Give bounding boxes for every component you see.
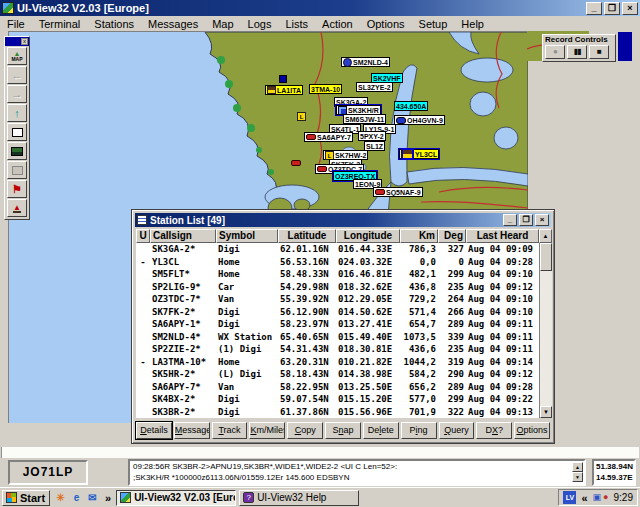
station-row[interactable]: -YL3CLHome56.53.16N024.03.32E0,00Aug 04 …: [136, 256, 552, 269]
delete-button[interactable]: Delete: [363, 422, 399, 439]
column-deg[interactable]: Deg: [438, 229, 466, 243]
taskbar-clock[interactable]: 9:29: [612, 492, 633, 503]
map-station-3TMA-10[interactable]: 3TMA-10: [309, 84, 342, 94]
copy-button[interactable]: Copy: [287, 422, 323, 439]
tray-chevron-icon[interactable]: «: [579, 492, 589, 504]
minimize-icon[interactable]: _: [586, 2, 602, 15]
taskbar-task-0[interactable]: UI-View32 V2.03 [Europe]: [116, 490, 236, 506]
antenna-button[interactable]: ▲: [7, 199, 27, 217]
up-arrow-button[interactable]: ↑: [7, 104, 27, 122]
tray-network-icon[interactable]: ▣: [593, 491, 602, 504]
map-station-SM2NLD-4[interactable]: SM2NLD-4: [341, 57, 390, 67]
quicklaunch-icon-mail[interactable]: ✉: [85, 490, 100, 505]
details-button[interactable]: Details: [136, 422, 172, 439]
column-last-heard[interactable]: Last Heard: [466, 229, 539, 243]
column-latitude[interactable]: Latitude: [278, 229, 336, 243]
tray-alert-icon[interactable]: ●: [603, 491, 608, 504]
L-icon[interactable]: L: [297, 112, 306, 121]
column-longitude[interactable]: Longitude: [336, 229, 400, 243]
minimize-icon[interactable]: _: [503, 214, 517, 226]
kmmiles-button[interactable]: Km/Miles: [249, 422, 285, 439]
menu-action[interactable]: Action: [315, 17, 360, 31]
station-row[interactable]: SK7FK-2*Digi56.12.90N014.50.62E571,4266A…: [136, 306, 552, 319]
sq-blue-icon[interactable]: [279, 75, 287, 83]
options-button[interactable]: Options: [514, 422, 550, 439]
quicklaunch-icon-1[interactable]: ✳: [53, 490, 68, 505]
menu-setup[interactable]: Setup: [412, 17, 455, 31]
ping-button[interactable]: Ping: [401, 422, 437, 439]
start-button[interactable]: Start: [2, 490, 50, 506]
menu-messages[interactable]: Messages: [141, 17, 205, 31]
monitor-box[interactable]: 09:28:56R SK3BR-2>APNU19,SK3BR*,WIDE1*,W…: [128, 459, 586, 486]
pause-button[interactable]: ▮▮: [567, 45, 587, 59]
close-icon[interactable]: x: [21, 38, 28, 45]
stop-button[interactable]: ■: [589, 45, 609, 59]
station-row[interactable]: SK3BR-2*Digi61.37.86N015.56.96E701,9322A…: [136, 406, 552, 419]
taskbar-task-1[interactable]: ?UI-View32 Help: [239, 490, 359, 506]
forward-arrow-button[interactable]: →: [7, 85, 27, 103]
map-toolbar-titlebar[interactable]: x: [5, 37, 29, 46]
query-button[interactable]: Query: [439, 422, 475, 439]
quicklaunch-icon-ie[interactable]: e: [69, 490, 84, 505]
station-row[interactable]: OZ3TDC-7*Van55.39.92N012.29.05E729,2264A…: [136, 293, 552, 306]
snap-button[interactable]: Snap: [325, 422, 361, 439]
station-row[interactable]: SK3GA-2*Digi62.01.16N016.44.33E786,3327A…: [136, 243, 552, 256]
station-row[interactable]: SM2NLD-4*WX Station65.40.65N015.49.40E10…: [136, 331, 552, 344]
spinner-up-icon[interactable]: ▲: [572, 462, 583, 472]
new-map-button[interactable]: [7, 123, 27, 141]
map-station-LA1ITA[interactable]: LA1ITA: [265, 85, 303, 95]
menu-stations[interactable]: Stations: [87, 17, 141, 31]
menu-logs[interactable]: Logs: [241, 17, 279, 31]
maximize-icon[interactable]: ❐: [519, 214, 533, 226]
close-icon[interactable]: ×: [535, 214, 549, 226]
map-station-434.650A[interactable]: 434.650A: [394, 101, 428, 111]
close-icon[interactable]: ×: [622, 2, 638, 15]
station-row[interactable]: SM5FLT*Home58.48.33N016.46.81E482,1299Au…: [136, 268, 552, 281]
scroll-up-button[interactable]: ▲: [539, 229, 552, 243]
menu-map[interactable]: Map: [205, 17, 240, 31]
back-arrow-button[interactable]: ←: [7, 66, 27, 84]
spinner-down-icon[interactable]: ▼: [572, 472, 583, 482]
cell-longitude: 012.29.05E: [336, 294, 400, 304]
map-station-SA6APY-7[interactable]: SA6APY-7: [304, 132, 353, 142]
print-button[interactable]: [7, 142, 27, 160]
maximize-icon[interactable]: ❐: [604, 2, 620, 15]
station-row[interactable]: SP2LIG-9*Car54.29.98N018.32.62E436,8235A…: [136, 281, 552, 294]
column-u[interactable]: U: [136, 229, 150, 243]
map-station-SM6SJW-11[interactable]: SM6SJW-11: [343, 114, 386, 124]
station-row[interactable]: SP2ZIE-2*(1) Digi54.31.43N018.30.81E436,…: [136, 343, 552, 356]
message-button[interactable]: Message: [174, 422, 210, 439]
cell-symbol: Digi: [216, 407, 278, 417]
overlay-button[interactable]: [7, 161, 27, 179]
save-flag-button[interactable]: ⚑: [7, 180, 27, 198]
car-red-icon[interactable]: [291, 160, 301, 166]
station-row[interactable]: SA6APY-1*Digi58.23.97N013.27.41E654,7289…: [136, 318, 552, 331]
station-list-titlebar[interactable]: Station List [49] _ ❐ ×: [135, 213, 551, 227]
record-button[interactable]: ●: [545, 45, 565, 59]
map-station-5PXY-2[interactable]: 5PXY-2: [358, 131, 386, 141]
station-row[interactable]: -LA3TMA-10*Home63.20.31N010.21.82E1044,2…: [136, 356, 552, 369]
map-station-OH4GVN-9[interactable]: OH4GVN-9: [394, 115, 445, 125]
dx-button[interactable]: DX?: [476, 422, 512, 439]
track-button[interactable]: Track: [212, 422, 248, 439]
station-row[interactable]: SK4BX-2*Digi59.07.54N015.15.20E577,0299A…: [136, 393, 552, 406]
map-button[interactable]: ▲MAP: [7, 47, 27, 65]
station-row[interactable]: SK5HR-2*(L) Digi58.18.43N014.38.98E584,2…: [136, 368, 552, 381]
menu-lists[interactable]: Lists: [278, 17, 315, 31]
scrollbar[interactable]: ▼: [539, 243, 552, 418]
menu-file[interactable]: File: [0, 17, 32, 31]
column-callsign[interactable]: Callsign: [150, 229, 216, 243]
map-station-SL3ZYE-2[interactable]: SL3ZYE-2: [356, 82, 393, 92]
menu-help[interactable]: Help: [454, 17, 491, 31]
station-row[interactable]: SA6APY-7*Van58.22.95N013.25.50E656,2289A…: [136, 381, 552, 394]
overflow-chevron-icon[interactable]: »: [103, 492, 113, 504]
scrollbar-thumb[interactable]: [540, 243, 552, 271]
column-km[interactable]: Km: [400, 229, 438, 243]
uiview-tray-icon[interactable]: LV: [563, 491, 576, 504]
map-station-SQ5NAF-9[interactable]: SQ5NAF-9: [373, 187, 423, 197]
map-station-YL3CL[interactable]: YL3CL: [399, 149, 439, 159]
scroll-down-button[interactable]: ▼: [540, 406, 552, 418]
menu-terminal[interactable]: Terminal: [32, 17, 88, 31]
column-symbol[interactable]: Symbol: [216, 229, 278, 243]
menu-options[interactable]: Options: [360, 17, 412, 31]
